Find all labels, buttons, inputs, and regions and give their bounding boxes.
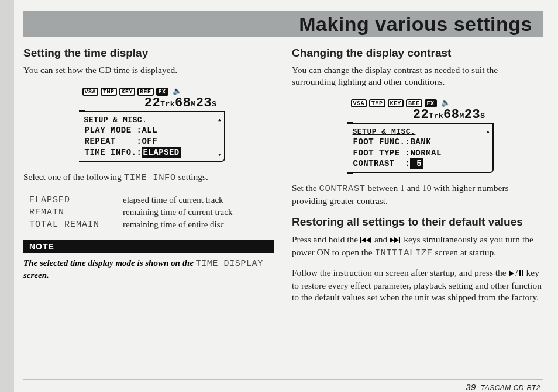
lcd-row-playmode: PLAY MODE :ALL xyxy=(85,125,221,136)
lcd-tab-label: SETUP & MISC. xyxy=(351,127,418,136)
svg-marker-2 xyxy=(366,237,371,243)
body-text: Follow the instruction on screen after s… xyxy=(292,267,543,303)
page-tab-edge xyxy=(0,0,14,392)
lcd-row-timeinfo: TIME INFO.:ELAPSED xyxy=(85,147,221,158)
lcd-status-icons: VSA TMP KEY BEE FX 🔈 xyxy=(73,88,225,96)
lcd-time-line: 22Trk68M23S xyxy=(342,109,494,122)
svg-marker-4 xyxy=(394,237,399,243)
lcd-icon-bee: BEE xyxy=(137,88,154,96)
option-key: REMAIN xyxy=(29,207,123,217)
left-column: Setting the time display You can set how… xyxy=(23,47,274,369)
right-column: Changing the display contrast You can ch… xyxy=(292,47,543,369)
body-text: You can set how the CD time is displayed… xyxy=(23,64,274,76)
svg-marker-3 xyxy=(390,237,394,243)
option-desc: remaining time of entire disc xyxy=(123,220,274,230)
speaker-icon: 🔈 xyxy=(441,99,450,107)
scroll-up-icon: ▴ xyxy=(218,116,222,123)
lcd-icon-vsa: VSA xyxy=(351,99,367,107)
lcd-status-icons: VSA TMP KEY BEE FX 🔈 xyxy=(342,99,494,107)
svg-rect-8 xyxy=(519,270,521,276)
play-pause-icon: / xyxy=(509,268,524,280)
lcd-row-footfunc: FOOT FUNC.:BANK xyxy=(353,137,489,148)
lcd-screenshot-contrast: VSA TMP KEY BEE FX 🔈 22Trk68M23S ▴ SETUP… xyxy=(342,99,494,174)
option-desc: elapsed time of current track xyxy=(123,195,274,205)
lcd-icon-key: KEY xyxy=(388,99,404,107)
speaker-icon: 🔈 xyxy=(173,88,182,95)
page-number: 39 xyxy=(466,382,476,392)
svg-marker-6 xyxy=(509,270,514,276)
lcd-row-repeat: REPEAT :OFF xyxy=(85,136,221,147)
body-text: You can change the display contrast as n… xyxy=(292,64,543,88)
scroll-up-icon: ▴ xyxy=(486,127,490,135)
scroll-down-icon: ▾ xyxy=(218,151,222,158)
product-model: TASCAM CD-BT2 xyxy=(481,384,540,392)
svg-rect-9 xyxy=(522,270,523,276)
svg-text:/: / xyxy=(515,270,518,277)
chapter-header-band: Making various settings xyxy=(23,11,543,37)
skip-back-icon xyxy=(360,235,372,247)
lcd-icon-tmp: TMP xyxy=(101,88,117,96)
body-text: Select one of the following TIME INFO se… xyxy=(23,171,274,184)
footer-text: 39 TASCAM CD-BT2 xyxy=(466,382,540,392)
option-key: ELAPSED xyxy=(29,195,123,205)
svg-rect-5 xyxy=(399,237,400,243)
chapter-title: Making various settings xyxy=(299,13,532,36)
lcd-menu-box: ▴ SETUP & MISC. FOOT FUNC.:BANK FOOT TYP… xyxy=(347,123,494,174)
content-columns: Setting the time display You can set how… xyxy=(23,47,543,369)
lcd-icon-tmp: TMP xyxy=(369,99,385,107)
lcd-icon-fx: FX xyxy=(156,88,168,96)
lcd-icon-fx: FX xyxy=(425,99,437,107)
section-heading-contrast: Changing the display contrast xyxy=(292,47,543,60)
skip-forward-icon xyxy=(390,235,401,247)
lcd-screenshot-time: VSA TMP KEY BEE FX 🔈 22Trk68M23S ▴ ▾ SET… xyxy=(73,88,225,162)
body-text: Press and hold the and keys simultaneous… xyxy=(292,234,543,259)
option-desc: remaining time of current track xyxy=(123,207,274,217)
section-heading-time-display: Setting the time display xyxy=(23,47,274,60)
svg-marker-1 xyxy=(361,237,366,243)
lcd-icon-vsa: VSA xyxy=(82,88,99,96)
lcd-tab-label: SETUP & MISC. xyxy=(82,116,149,124)
lcd-row-foottype: FOOT TYPE :NORMAL xyxy=(353,148,489,159)
lcd-menu-box: ▴ ▾ SETUP & MISC. PLAY MODE :ALL REPEAT … xyxy=(79,111,225,162)
note-text: The selected time display mode is shown … xyxy=(23,258,274,281)
time-info-options-table: ELAPSED elapsed time of current track RE… xyxy=(29,195,274,230)
lcd-icon-key: KEY xyxy=(119,88,136,96)
body-text: Set the CONTRAST between 1 and 10 with h… xyxy=(292,182,543,207)
svg-rect-0 xyxy=(360,237,361,243)
lcd-row-contrast: CONTRAST : 5 xyxy=(353,158,489,169)
option-key: TOTAL REMAIN xyxy=(29,220,123,230)
lcd-time-line: 22Trk68M23S xyxy=(73,97,225,110)
footer-divider xyxy=(23,379,543,380)
section-heading-restore: Restoring all settings to their default … xyxy=(292,215,543,229)
note-badge: NOTE xyxy=(23,240,274,253)
lcd-icon-bee: BEE xyxy=(406,99,422,107)
